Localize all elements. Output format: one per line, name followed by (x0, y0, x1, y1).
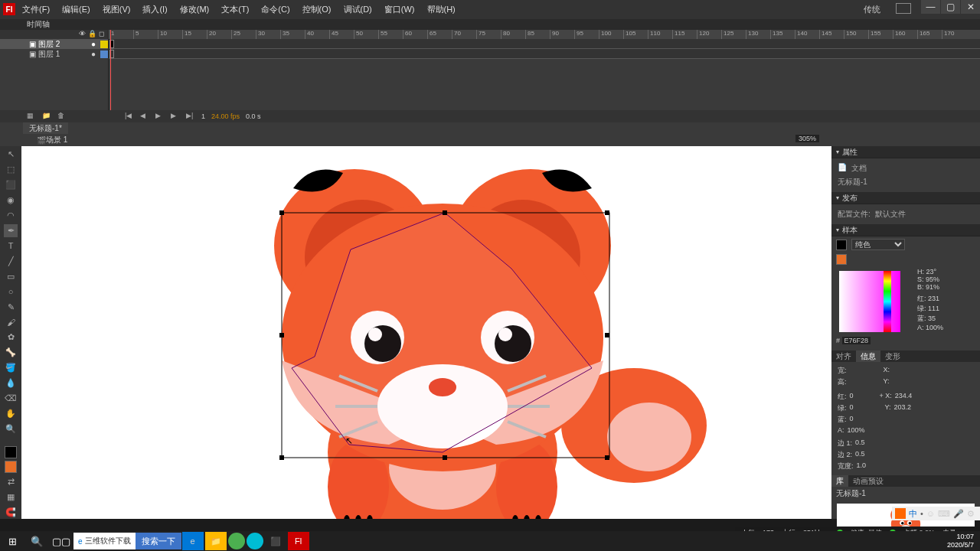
menu-help[interactable]: 帮助(H) (424, 2, 459, 17)
oval-tool-icon[interactable]: ○ (4, 285, 18, 298)
frame-ruler[interactable]: 1510152025303540455055606570758085909510… (109, 30, 980, 39)
layer-row[interactable]: ▣ 图层 2 ● (0, 39, 108, 49)
cursor-icon: ↖ (345, 435, 353, 446)
new-folder-icon[interactable]: 📁 (42, 112, 51, 121)
zoom-input[interactable]: 305% (795, 135, 819, 142)
selection-tool-icon[interactable]: ↖ (4, 148, 18, 161)
step-forward-icon[interactable]: ▶ (171, 112, 180, 121)
ime-settings-icon[interactable]: ⚙ (967, 509, 975, 519)
ime-logo-icon[interactable] (895, 508, 906, 519)
taskbar-app-flash[interactable]: Fl (288, 532, 309, 550)
options-icon[interactable]: ▦ (4, 491, 18, 504)
lasso-tool-icon[interactable]: ◠ (4, 209, 18, 222)
free-transform-tool-icon[interactable]: ⬛ (4, 178, 18, 191)
taskbar-search-box[interactable]: 搜索一下 (136, 533, 181, 549)
ime-mic-icon[interactable]: 🎤 (953, 509, 964, 519)
snap-icon[interactable]: 🧲 (4, 506, 18, 519)
deco-tool-icon[interactable]: ✿ (4, 331, 18, 344)
swap-colors-icon[interactable]: ⇄ (4, 475, 18, 488)
delete-layer-icon[interactable]: 🗑 (57, 112, 67, 121)
text-tool-icon[interactable]: T (4, 240, 18, 253)
menu-modify[interactable]: 修改(M) (177, 2, 213, 17)
bone-tool-icon[interactable]: 🦴 (4, 346, 18, 359)
document-tab[interactable]: 无标题-1* (23, 122, 68, 135)
layout-icon[interactable] (896, 3, 911, 14)
hex-input[interactable]: E76F28 (842, 337, 871, 344)
hand-tool-icon[interactable]: ✋ (4, 407, 18, 420)
menu-window[interactable]: 窗口(W) (381, 2, 418, 17)
close-button[interactable]: ✕ (961, 0, 980, 14)
scene-name[interactable]: 场景 1 (46, 135, 67, 145)
new-layer-icon[interactable]: ▦ (27, 112, 36, 121)
ime-lang-icon[interactable]: 中 (909, 508, 917, 520)
ime-keyboard-icon[interactable]: ⌨ (938, 509, 950, 519)
step-back-icon[interactable]: ◀ (140, 112, 149, 121)
pencil-tool-icon[interactable]: ✎ (4, 301, 18, 314)
color-picker[interactable] (839, 271, 900, 332)
tab-info[interactable]: 信息 (856, 350, 880, 362)
goto-last-icon[interactable]: ▶| (186, 112, 195, 121)
line-tool-icon[interactable]: ╱ (4, 255, 18, 268)
workspace-dropdown[interactable]: 传统 (864, 4, 880, 15)
brush-tool-icon[interactable]: 🖌 (4, 315, 18, 328)
menu-edit[interactable]: 编辑(E) (59, 2, 93, 17)
menu-text[interactable]: 文本(T) (218, 2, 252, 17)
taskbar-app-edge[interactable]: e (182, 532, 204, 550)
timeline-tab[interactable]: 时间轴 (27, 19, 50, 30)
ime-toolbar[interactable]: 中 • ☺ ⌨ 🎤 ⚙ (892, 507, 980, 520)
fill-type-select[interactable]: 纯色 (851, 239, 905, 250)
minimize-button[interactable]: — (921, 0, 940, 14)
frames-area[interactable]: 1510152025303540455055606570758085909510… (109, 30, 980, 110)
paint-bucket-tool-icon[interactable]: 🪣 (4, 361, 18, 374)
frame-row[interactable] (109, 49, 980, 59)
menu-view[interactable]: 视图(V) (100, 2, 134, 17)
ime-punct-icon[interactable]: • (920, 509, 923, 518)
taskbar-app-ie[interactable]: e三维软件下载 (74, 533, 136, 549)
eyedropper-tool-icon[interactable]: 💧 (4, 377, 18, 390)
stroke-swatch[interactable] (836, 240, 847, 250)
taskbar-app-qq[interactable] (247, 533, 263, 549)
maximize-button[interactable]: ▢ (941, 0, 960, 14)
hue-slider[interactable] (884, 271, 891, 332)
time-display: 0.0 s (246, 112, 261, 120)
tab-presets[interactable]: 动画预设 (848, 475, 888, 487)
taskbar-app-wechat[interactable] (228, 533, 245, 549)
menu-file[interactable]: 文件(F) (19, 2, 53, 17)
playhead[interactable] (110, 30, 111, 110)
info-px: 234.4 (895, 392, 913, 402)
library-doc[interactable]: 无标题-1 (831, 487, 980, 500)
color-header[interactable]: 样本 (831, 224, 980, 236)
search-button[interactable]: 🔍 (24, 531, 49, 551)
taskbar-app-folder[interactable]: 📁 (205, 532, 227, 550)
eraser-tool-icon[interactable]: ⌫ (4, 392, 18, 405)
zoom-tool-icon[interactable]: 🔍 (4, 422, 18, 435)
publish-header[interactable]: 发布 (831, 192, 980, 204)
stage-canvas[interactable]: ↖ (21, 146, 831, 519)
taskbar-app-obs[interactable]: ⬛ (265, 532, 286, 550)
menu-commands[interactable]: 命令(C) (258, 2, 292, 17)
start-button[interactable]: ⊞ (0, 531, 24, 551)
tab-library[interactable]: 库 (831, 475, 848, 487)
goto-first-icon[interactable]: |◀ (125, 112, 134, 121)
ime-emoji-icon[interactable]: ☺ (926, 509, 935, 518)
taskbar-clock[interactable]: 10:07 2020/5/7 (947, 533, 980, 549)
stroke-color-swatch[interactable] (5, 446, 17, 458)
play-icon[interactable]: ▶ (155, 112, 165, 121)
profile-label: 配置文件: (838, 209, 871, 220)
task-view-button[interactable]: ▢▢ (49, 531, 74, 551)
fill-color-swatch[interactable] (5, 461, 17, 473)
subselection-tool-icon[interactable]: ⬚ (4, 163, 18, 176)
properties-header[interactable]: 属性 (831, 146, 980, 158)
timeline-panel: 👁🔒◻ ▣ 图层 2 ● ▣ 图层 1 ● 151015202530354045… (0, 30, 980, 110)
3d-rotation-tool-icon[interactable]: ◉ (4, 194, 18, 207)
menu-debug[interactable]: 调试(D) (341, 2, 375, 17)
tab-align[interactable]: 对齐 (831, 350, 856, 362)
menu-insert[interactable]: 插入(I) (139, 2, 170, 17)
tab-transform[interactable]: 变形 (880, 350, 905, 362)
frame-row[interactable] (109, 39, 980, 49)
layer-row[interactable]: ▣ 图层 1 ● (0, 49, 108, 59)
rectangle-tool-icon[interactable]: ▭ (4, 270, 18, 283)
menu-control[interactable]: 控制(O) (299, 2, 335, 17)
pen-tool-icon[interactable]: ✒ (4, 224, 18, 237)
fill-swatch[interactable] (836, 254, 847, 265)
